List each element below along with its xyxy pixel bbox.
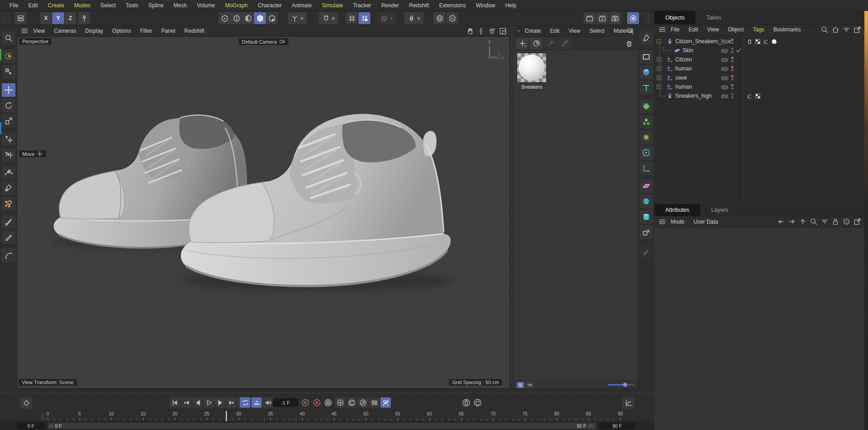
mouse-record-icon[interactable] — [461, 397, 471, 408]
object-menu-item[interactable]: File — [666, 26, 684, 33]
rig-obj-icon[interactable] — [666, 74, 673, 81]
hex-ring-icon[interactable] — [434, 12, 445, 24]
workplane-icon[interactable] — [639, 179, 653, 193]
rectangle-icon[interactable] — [639, 50, 653, 64]
modeling-pen-tool[interactable] — [2, 197, 15, 210]
render-picture-icon[interactable] — [596, 12, 608, 24]
menu-item[interactable]: Simulate — [317, 2, 348, 9]
move-tool[interactable] — [2, 83, 15, 97]
layer-pencil-icon[interactable] — [721, 57, 728, 62]
camera-menu[interactable]: Default Camera — [239, 38, 288, 45]
object-menu-item[interactable]: View — [703, 26, 723, 33]
mirror-icon[interactable] — [404, 12, 424, 24]
object-row-human[interactable]: +human — [654, 64, 864, 73]
search-icon[interactable] — [820, 25, 829, 34]
cube-icon[interactable] — [639, 65, 653, 79]
rotate-tool[interactable] — [2, 99, 15, 112]
menu-item[interactable]: Spline — [143, 2, 168, 9]
object-row-save[interactable]: +save — [654, 73, 864, 82]
text-icon[interactable] — [639, 81, 653, 95]
phong-tag-icon[interactable] — [763, 38, 769, 45]
object-row-Skin[interactable]: Skin — [654, 46, 864, 55]
prev-key-icon[interactable] — [181, 397, 191, 408]
render-visibility-dot[interactable] — [731, 78, 733, 80]
coordinate-system-icon[interactable] — [288, 12, 307, 24]
filter-icon[interactable] — [820, 217, 829, 226]
tab[interactable]: Takes — [695, 11, 732, 24]
home-icon[interactable] — [831, 25, 840, 34]
layer-pencil-icon[interactable] — [721, 85, 728, 89]
material-menu-item[interactable]: View — [564, 28, 585, 34]
collapse-expander[interactable]: − — [657, 39, 661, 44]
delete-material-button[interactable] — [623, 38, 635, 50]
expand-expander[interactable]: + — [657, 75, 661, 80]
timeline-grip[interactable] — [0, 389, 654, 395]
character-obj-icon[interactable] — [666, 92, 673, 100]
nokey-icon[interactable] — [380, 397, 391, 408]
sphere-icon[interactable] — [639, 195, 653, 208]
parameter-key-icon[interactable] — [369, 397, 379, 408]
object-row-human[interactable]: +human — [654, 82, 864, 91]
preview-range-bar[interactable]: 0 F 90 F — [48, 423, 596, 429]
viewport-menu-item[interactable]: Filter — [135, 28, 157, 34]
tab[interactable]: Layers — [700, 204, 739, 216]
object-row-Citizen_Sneakers_Low[interactable]: −Citizen_Sneakers_Low — [654, 37, 864, 46]
brush-tool[interactable] — [2, 215, 15, 229]
viewport-menu-item[interactable]: Display — [80, 28, 107, 34]
material-menu-item[interactable]: Select — [585, 28, 609, 34]
object-menu-item[interactable]: Object — [723, 26, 748, 33]
tweak-tool[interactable] — [2, 65, 15, 79]
quantize-icon[interactable] — [346, 12, 358, 24]
tab[interactable]: Objects — [654, 11, 695, 24]
scale-key-icon[interactable] — [358, 397, 368, 408]
render-visibility-dot[interactable] — [731, 87, 733, 90]
tab[interactable]: Attributes — [654, 204, 700, 216]
uv-mode-icon[interactable] — [266, 12, 278, 24]
viewport-menu-item[interactable]: Panel — [157, 28, 180, 34]
object-name[interactable]: Citizen — [675, 55, 692, 64]
axis-button[interactable]: Y — [52, 12, 64, 24]
axis-button[interactable]: X — [40, 12, 52, 24]
menu-item[interactable]: Extensions — [434, 2, 471, 9]
object-name[interactable]: human — [675, 82, 692, 91]
menu-item[interactable]: Animate — [287, 2, 317, 9]
scale-tool[interactable] — [2, 114, 15, 128]
rig-obj-icon[interactable] — [666, 56, 673, 63]
material-menu-item[interactable]: Edit — [545, 28, 564, 34]
skip-start-icon[interactable] — [170, 397, 180, 408]
skin-tag-icon[interactable] — [673, 47, 681, 54]
knife-tool[interactable] — [2, 230, 15, 244]
attribute-menu-item[interactable]: User Data — [689, 219, 723, 225]
object-name[interactable]: human — [675, 64, 692, 73]
maximize-icon[interactable] — [499, 27, 507, 35]
dynamics-icon[interactable] — [639, 130, 653, 144]
menu-item[interactable]: Character — [253, 2, 287, 9]
toolbar-grip[interactable] — [1, 13, 11, 24]
camera-menu-icon[interactable] — [279, 39, 285, 45]
object-tree[interactable]: −Citizen_Sneakers_LowSkin+Citizen+human+… — [654, 35, 864, 204]
material-tag-icon[interactable] — [771, 38, 778, 45]
current-frame-field[interactable]: -1 F — [273, 398, 298, 407]
enabled-check-icon[interactable] — [735, 47, 742, 54]
expand-expander[interactable]: + — [657, 57, 661, 62]
render-visibility-dot[interactable] — [731, 51, 733, 53]
make-editable-icon[interactable] — [219, 12, 230, 24]
viewport-canvas[interactable]: Perspective Default Camera Move View Tra… — [17, 36, 510, 389]
viewport-menu-hamburger-icon[interactable] — [20, 27, 29, 35]
menu-item[interactable]: Redshift — [404, 2, 434, 9]
menu-item[interactable]: Modes — [69, 2, 95, 9]
object-menu-item[interactable]: Edit — [684, 26, 703, 33]
export-icon[interactable] — [853, 217, 862, 226]
autokey-icon[interactable]: A — [311, 397, 322, 408]
material-name[interactable]: Sneakers — [517, 84, 547, 90]
layer-pencil-icon[interactable] — [721, 48, 728, 53]
pan-icon[interactable] — [466, 27, 474, 35]
editor-visibility-dot[interactable] — [731, 75, 733, 77]
material-search-icon[interactable] — [626, 27, 635, 35]
toolbar-grip[interactable] — [645, 13, 651, 24]
menu-item[interactable]: Tools — [120, 2, 143, 9]
viewport-menu-item[interactable]: Options — [108, 28, 135, 34]
cloner-icon[interactable] — [639, 115, 653, 129]
texture-tag-icon[interactable] — [754, 93, 761, 100]
keyframe-settings-icon[interactable] — [323, 397, 333, 408]
